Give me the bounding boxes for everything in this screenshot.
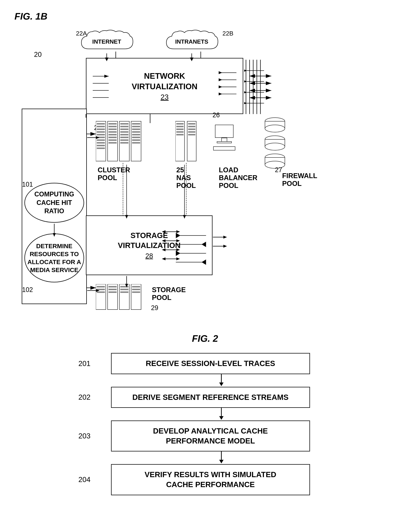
svg-rect-88 [176,134,183,135]
svg-rect-57 [109,123,117,124]
svg-rect-95 [215,125,233,138]
svg-rect-122 [109,289,117,290]
cluster-pool-servers [96,116,146,163]
svg-rect-94 [188,134,195,135]
fig2-label: FIG. 2 [14,333,396,344]
svg-rect-90 [188,123,195,124]
svg-rect-81 [132,139,140,141]
svg-rect-124 [119,284,129,310]
svg-rect-67 [120,126,128,127]
svg-marker-30 [219,86,222,88]
svg-marker-149 [223,245,227,248]
load-balancer-label: LOADBALANCERPOOL [219,166,257,190]
arrow-3-4 [111,451,332,464]
ref-101: 101 [22,181,33,188]
ref-201: 201 [79,360,91,368]
svg-rect-84 [176,123,183,124]
svg-rect-96 [222,138,227,142]
svg-rect-129 [132,286,140,287]
computing-cache-label: COMPUTINGCACHE HITRATIO [33,188,76,217]
svg-rect-92 [188,129,195,130]
svg-rect-70 [120,134,128,135]
svg-rect-50 [97,134,105,135]
svg-marker-171 [219,416,224,420]
svg-rect-62 [109,137,117,138]
ref-20: 20 [34,51,42,58]
svg-rect-85 [176,126,183,127]
svg-rect-66 [120,123,128,124]
step1-label: RECEIVE SESSION-LEVEL TRACES [146,359,275,368]
svg-marker-169 [219,382,224,386]
svg-marker-29 [219,78,222,81]
svg-rect-131 [132,291,140,293]
svg-point-101 [265,125,285,132]
step1-box: RECEIVE SESSION-LEVEL TRACES [111,353,310,374]
ref-22a: 22A [76,30,87,37]
page: FIG. 1B [0,0,410,532]
svg-rect-93 [188,131,195,133]
svg-rect-48 [97,129,105,130]
svg-rect-118 [97,289,105,290]
svg-rect-87 [176,131,183,133]
svg-rect-51 [97,137,105,138]
svg-rect-69 [120,131,128,133]
svg-rect-80 [132,137,140,138]
svg-rect-117 [97,286,105,287]
svg-rect-55 [97,148,105,149]
step2-box: DERIVE SEGMENT REFERENCE STREAMS [111,387,310,408]
fig1b-label: FIG. 1B [14,11,396,22]
ref-29: 29 [151,304,158,312]
step4-box: VERIFY RESULTS WITH SIMULATEDCACHE PERFO… [111,464,310,495]
arrow-2-3 [111,408,332,420]
storage-virt-box: STORAGEVIRTUALIZATION 28 [86,215,212,275]
nv-right-lines [244,60,273,114]
step4-label: VERIFY RESULTS WITH SIMULATEDCACHE PERFO… [145,470,276,489]
svg-point-104 [265,143,285,150]
flow-step-4: 204 VERIFY RESULTS WITH SIMULATEDCACHE P… [79,464,332,495]
ref-28: 28 [118,252,181,260]
svg-rect-123 [109,291,117,293]
svg-rect-54 [97,145,105,146]
svg-rect-82 [132,142,140,143]
nas-pool-label: 25NASPOOL [176,166,196,190]
flowchart: 201 RECEIVE SESSION-LEVEL TRACES 202 DER… [79,353,332,495]
load-balancer-area [212,116,248,167]
svg-marker-28 [219,71,222,74]
network-virt-label: NETWORKVIRTUALIZATION [132,71,197,91]
storage-pool-servers [96,284,146,313]
svg-rect-98 [213,147,235,150]
determine-resources-label: DETERMINERESOURCES TOALLOCATE FOR AMEDIA… [26,240,83,276]
svg-rect-46 [97,123,105,124]
svg-rect-128 [131,284,141,310]
svg-marker-44 [244,102,247,104]
svg-rect-126 [120,289,128,290]
storage-virt-label: STORAGEVIRTUALIZATION [118,231,181,250]
flow-step-2: 202 DERIVE SEGMENT REFERENCE STREAMS [79,387,332,408]
svg-rect-78 [132,131,140,133]
svg-rect-119 [97,291,105,293]
svg-marker-42 [244,80,247,83]
svg-rect-130 [132,289,140,290]
svg-rect-61 [109,134,117,135]
step2-label: DERIVE SEGMENT REFERENCE STREAMS [132,393,289,401]
svg-rect-47 [97,126,105,127]
internet-label: INTERNET [92,38,121,45]
svg-rect-79 [132,134,140,135]
svg-marker-110 [202,242,206,247]
svg-rect-125 [120,286,128,287]
disk-stacks [264,112,311,174]
svg-rect-86 [176,129,183,130]
svg-rect-76 [132,126,140,127]
fig2-container: FIG. 2 201 RECEIVE SESSION-LEVEL TRACES … [14,333,396,495]
step3-label: DEVELOP ANALYTICAL CACHEPERFORMANCE MODE… [153,427,268,445]
intranets-label: INTRANETS [175,38,208,45]
svg-rect-97 [217,142,231,143]
svg-rect-58 [109,126,117,127]
nas-pool-servers [175,116,197,163]
svg-marker-43 [244,91,247,93]
svg-rect-73 [120,142,128,143]
svg-rect-71 [120,137,128,138]
determine-resources-ellipse: DETERMINERESOURCES TOALLOCATE FOR AMEDIA… [24,234,84,282]
svg-marker-41 [244,69,247,72]
svg-marker-114 [202,260,206,265]
